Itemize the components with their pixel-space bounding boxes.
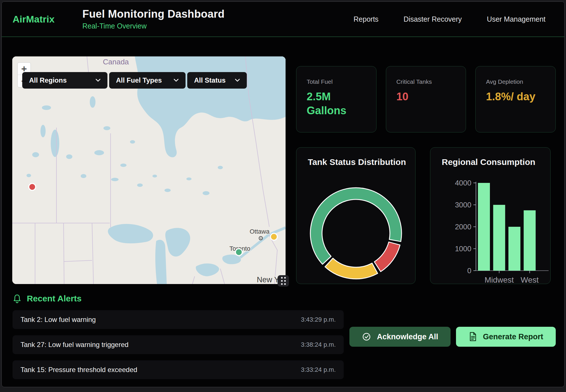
tank-marker-critical[interactable] (29, 183, 36, 190)
tank-marker-warning[interactable] (270, 233, 277, 240)
map-resize-handle[interactable] (278, 275, 289, 287)
y-tick-label: 2000 (455, 222, 471, 231)
title-block: Fuel Monitoring Dashboard Real-Time Over… (82, 8, 225, 30)
stats-row: Total Fuel 2.5M Gallons Critical Tanks 1… (296, 66, 556, 132)
charts-row: Tank Status Distribution Regional Consum… (296, 147, 556, 284)
stat-label: Avg Depletion (486, 78, 545, 85)
main-content: Canada Ottawa Toronto New York + − All R… (2, 37, 564, 284)
header: AirMatrix Fuel Monitoring Dashboard Real… (2, 2, 564, 37)
y-tick-label: 1000 (455, 244, 471, 253)
filter-status-value: All Status (194, 76, 226, 84)
nav-reports[interactable]: Reports (354, 15, 379, 23)
right-column: Total Fuel 2.5M Gallons Critical Tanks 1… (296, 56, 556, 284)
y-tick-label: 4000 (455, 179, 471, 187)
stat-value: 2.5M Gallons (307, 90, 366, 118)
alerts-heading: Recent Alerts (13, 294, 556, 303)
bar-region-hidden-2 (508, 227, 520, 271)
x-tick-label: West (521, 275, 539, 284)
filter-fuel-types-dropdown[interactable]: All Fuel Types (109, 72, 186, 89)
nav-disaster-recovery[interactable]: Disaster Recovery (404, 15, 462, 23)
donut-segment-critical (374, 242, 400, 271)
acknowledge-all-button[interactable]: Acknowledge All (349, 327, 451, 347)
alerts-heading-text: Recent Alerts (27, 294, 82, 303)
alert-message: Tank 27: Low fuel warning triggered (21, 341, 129, 349)
stat-value: 10 (396, 90, 456, 104)
alert-actions: Acknowledge All Generate Report (349, 327, 556, 347)
x-tick-label: Midwest (484, 275, 514, 284)
filter-status-dropdown[interactable]: All Status (187, 72, 247, 89)
tank-status-chart-card: Tank Status Distribution (296, 147, 416, 284)
map-filters: All Regions All Fuel Types All Status (22, 72, 247, 89)
bell-icon (13, 294, 22, 303)
map-canvas[interactable]: Canada Ottawa Toronto New York (12, 56, 286, 284)
chevron-down-icon (174, 79, 179, 82)
chevron-down-icon (95, 79, 101, 82)
nav-user-management[interactable]: User Management (487, 15, 545, 23)
filter-fuel-types-value: All Fuel Types (116, 76, 162, 84)
chart-title: Tank Status Distribution (308, 157, 415, 167)
alert-row[interactable]: Tank 27: Low fuel warning triggered 3:38… (13, 335, 344, 354)
alert-row[interactable]: Tank 2: Low fuel warning 3:43:29 p.m. (13, 310, 344, 329)
alert-timestamp: 3:33:24 p.m. (301, 366, 336, 373)
stat-card-total-fuel: Total Fuel 2.5M Gallons (296, 66, 376, 132)
page-subtitle: Real-Time Overview (82, 22, 225, 30)
bar-region-hidden-0 (478, 183, 490, 271)
stat-card-critical-tanks: Critical Tanks 10 (386, 66, 466, 132)
map-label-ottawa: Ottawa (250, 228, 270, 235)
y-tick-label: 0 (467, 266, 471, 275)
report-document-icon (469, 332, 477, 342)
brand-logo: AirMatrix (13, 14, 64, 25)
map-label-canada: Canada (103, 58, 129, 66)
filter-regions-value: All Regions (29, 76, 67, 84)
map-basemap: Canada Ottawa Toronto New York (12, 56, 286, 284)
alerts-section: Recent Alerts Tank 2: Low fuel warning 3… (2, 284, 564, 379)
dashboard-window: AirMatrix Fuel Monitoring Dashboard Real… (1, 1, 565, 387)
stat-value: 1.8%/ day (486, 90, 545, 104)
bar-chart: 01000200030004000MidwestWest (430, 148, 551, 284)
regional-consumption-chart-card: Regional Consumption 01000200030004000Mi… (430, 147, 551, 284)
bar-region-Midwest (493, 205, 505, 271)
bar-region-West (524, 210, 536, 271)
alert-message: Tank 15: Pressure threshold exceeded (21, 366, 137, 374)
page-title: Fuel Monitoring Dashboard (82, 8, 225, 20)
filter-regions-dropdown[interactable]: All Regions (22, 72, 107, 89)
generate-report-button[interactable]: Generate Report (456, 327, 556, 347)
y-tick-label: 3000 (455, 201, 471, 209)
alert-timestamp: 3:43:29 p.m. (301, 316, 336, 323)
donut-chart (308, 185, 404, 282)
map-panel: Canada Ottawa Toronto New York + − All R… (12, 56, 286, 284)
donut-segment-warning (325, 258, 378, 279)
alert-list: Tank 2: Low fuel warning 3:43:29 p.m. Ta… (13, 310, 344, 379)
generate-report-label: Generate Report (483, 332, 543, 341)
acknowledge-all-label: Acknowledge All (377, 332, 438, 341)
tank-marker-normal[interactable] (235, 249, 242, 256)
alert-row[interactable]: Tank 15: Pressure threshold exceeded 3:3… (13, 360, 344, 379)
check-circle-icon (362, 332, 371, 341)
alert-message: Tank 2: Low fuel warning (21, 316, 96, 324)
stat-label: Critical Tanks (396, 78, 456, 85)
main-nav: Reports Disaster Recovery User Managemen… (354, 15, 553, 23)
alert-timestamp: 3:38:24 p.m. (301, 341, 336, 348)
chevron-down-icon (235, 79, 240, 82)
stat-label: Total Fuel (307, 78, 366, 85)
stat-card-avg-depletion: Avg Depletion 1.8%/ day (475, 66, 556, 132)
